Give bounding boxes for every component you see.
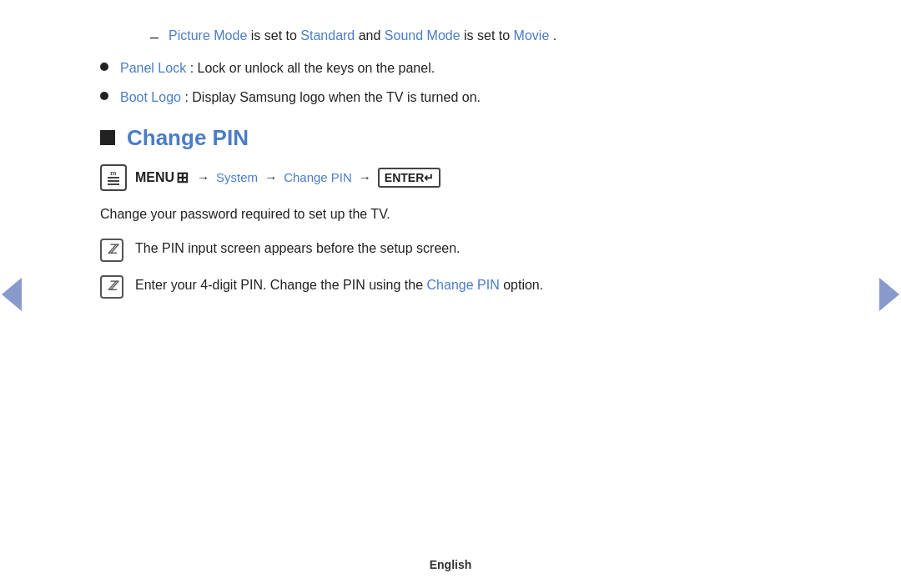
panel-lock-link: Panel Lock: [120, 61, 186, 75]
arrow-3: →: [359, 170, 371, 184]
change-pin-heading: Change PIN: [100, 125, 801, 151]
bullet-item-panel-lock: Panel Lock : Lock or unlock all the keys…: [100, 58, 801, 79]
panel-lock-description: : Lock or unlock all the keys on the pan…: [190, 61, 435, 75]
arrow-1: →: [197, 170, 209, 184]
language-label: English: [430, 558, 472, 571]
standard-link: Standard: [300, 28, 355, 43]
arrow-2: →: [264, 170, 277, 184]
and-text: and: [359, 28, 385, 43]
change-pin-link: Change PIN: [284, 170, 352, 184]
change-pin-option-link: Change PIN: [427, 278, 500, 292]
panel-lock-text: Panel Lock : Lock or unlock all the keys…: [120, 58, 435, 79]
heading-square-icon: [100, 130, 115, 145]
dash-icon: –: [150, 25, 159, 49]
note-text-2: Enter your 4-digit PIN. Change the PIN u…: [135, 274, 543, 296]
sub-item-text: Picture Mode is set to Standard and Soun…: [169, 25, 556, 47]
note-2-suffix: option.: [503, 278, 543, 292]
bullet-dot-icon: [100, 63, 108, 71]
note-2-content: Enter your 4-digit PIN. Change the PIN u…: [135, 278, 427, 292]
note-text-1: The PIN input screen appears before the …: [135, 237, 461, 259]
note-item-2: ℤ Enter your 4-digit PIN. Change the PIN…: [100, 274, 801, 299]
menu-icon: m: [100, 164, 127, 191]
bullet-item-boot-logo: Boot Logo : Display Samsung logo when th…: [100, 87, 801, 108]
boot-logo-link: Boot Logo: [120, 90, 181, 104]
boot-logo-text: Boot Logo : Display Samsung logo when th…: [120, 87, 481, 108]
note-icon-2: ℤ: [100, 275, 123, 299]
change-pin-description: Change your password required to set up …: [100, 203, 801, 225]
sub-item-picture-mode: – Picture Mode is set to Standard and So…: [150, 25, 801, 49]
system-link: System: [216, 170, 258, 184]
change-pin-title: Change PIN: [127, 125, 249, 151]
sound-mode-link: Sound Mode: [385, 28, 461, 43]
enter-label: ENTER: [385, 171, 424, 184]
bullet-dot-icon: [100, 92, 108, 100]
note-icon-1: ℤ: [100, 239, 123, 262]
footer-language: English: [0, 558, 901, 571]
movie-link: Movie: [514, 28, 550, 43]
note-item-1: ℤ The PIN input screen appears before th…: [100, 237, 801, 262]
boot-logo-description: : Display Samsung logo when the TV is tu…: [184, 90, 481, 104]
is-set-to-text2: is set to: [464, 28, 514, 43]
menu-label: MENU: [135, 170, 174, 185]
menu-navigation-line: m MENU ⊞ → System → Change PIN → ENTER↵: [100, 164, 801, 191]
picture-mode-link: Picture Mode: [169, 28, 247, 43]
enter-icon: ENTER↵: [378, 168, 440, 188]
note-1-content: The PIN input screen appears before the …: [135, 241, 461, 255]
is-set-to-text: is set to: [251, 28, 301, 43]
